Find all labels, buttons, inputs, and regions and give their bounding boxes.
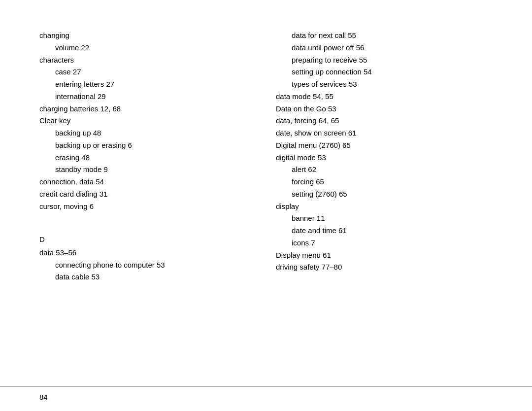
sub-entry: alert 62 [276, 164, 493, 176]
right-column: data for next call 55data until power of… [276, 30, 493, 367]
main-entry: characters [39, 54, 256, 67]
main-entry: charging batteries 12, 68 [39, 103, 256, 115]
main-entry: date, show on screen 61 [276, 127, 493, 139]
main-entry: cursor, moving 6 [39, 201, 256, 213]
main-entry: digital mode 53 [276, 152, 493, 164]
sub-entry: types of services 53 [276, 78, 493, 91]
main-entry: display [276, 201, 493, 213]
sub-entry: setting (2760) 65 [276, 188, 493, 201]
sub-entry: standby mode 9 [39, 164, 256, 176]
sub-entry: icons 7 [276, 237, 493, 249]
main-entry: data 53–56 [39, 247, 256, 259]
sub-entry: preparing to receive 55 [276, 54, 493, 67]
main-entry: connection, data 54 [39, 176, 256, 188]
sub-entry: setting up connection 54 [276, 66, 493, 78]
sub-entry: date and time 61 [276, 225, 493, 237]
sub-entry: data for next call 55 [276, 30, 493, 42]
sub-entry: international 29 [39, 91, 256, 103]
page-number: 84 [39, 393, 48, 401]
sub-entry: banner 11 [276, 212, 493, 225]
section-letter: D [39, 234, 256, 246]
sub-entry: erasing 48 [39, 152, 256, 164]
main-entry: data mode 54, 55 [276, 91, 493, 103]
page-footer: 84 [0, 386, 532, 411]
sub-entry: backing up or erasing 6 [39, 139, 256, 152]
sub-entry: entering letters 27 [39, 78, 256, 91]
sub-entry: backing up 48 [39, 127, 256, 139]
sub-entry: volume 22 [39, 42, 256, 54]
sub-entry: data until power off 56 [276, 42, 493, 54]
main-entry: Display menu 61 [276, 249, 493, 262]
sub-entry: connecting phone to computer 53 [39, 259, 256, 272]
page-content: changingvolume 22characterscase 27enteri… [0, 0, 532, 386]
sub-entry: data cable 53 [39, 271, 256, 283]
sub-entry: case 27 [39, 66, 256, 78]
main-entry: Clear key [39, 115, 256, 127]
main-entry: changing [39, 30, 256, 42]
sub-entry: forcing 65 [276, 176, 493, 188]
main-entry: credit card dialing 31 [39, 188, 256, 201]
main-entry: Digital menu (2760) 65 [276, 139, 493, 152]
blank-line [39, 212, 256, 225]
main-entry: Data on the Go 53 [276, 103, 493, 115]
main-entry: data, forcing 64, 65 [276, 115, 493, 127]
main-entry: driving safety 77–80 [276, 261, 493, 274]
left-column: changingvolume 22characterscase 27enteri… [39, 30, 256, 367]
